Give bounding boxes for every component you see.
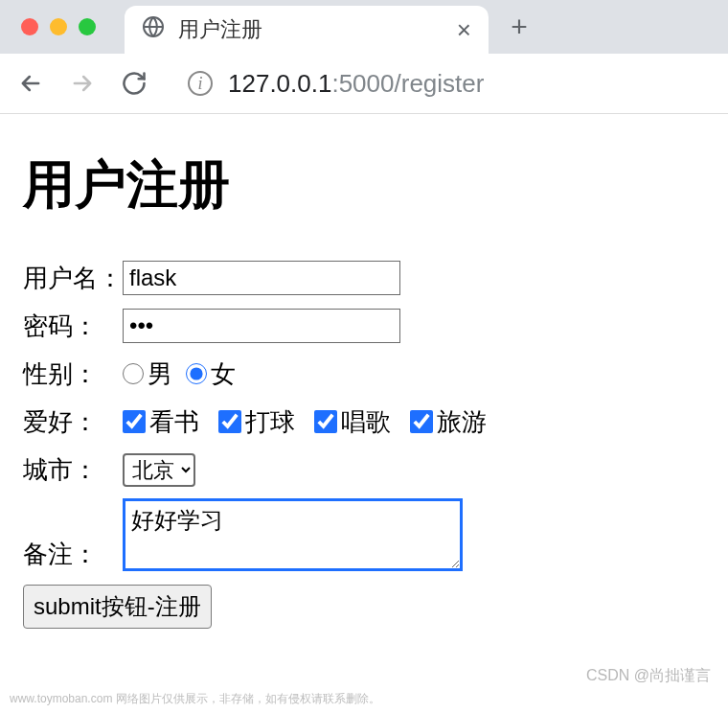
site-info-icon[interactable]: i xyxy=(188,71,213,96)
new-tab-button[interactable]: + xyxy=(500,8,538,46)
remark-textarea[interactable] xyxy=(123,498,463,571)
label-password: 密码： xyxy=(23,310,123,343)
label-hobby: 爱好： xyxy=(23,405,123,439)
address-bar[interactable]: i 127.0.0.1:5000/register xyxy=(188,69,484,99)
radio-female-input[interactable] xyxy=(186,363,207,384)
window-controls xyxy=(0,18,125,35)
radio-female-label: 女 xyxy=(211,357,236,391)
row-remark: 备注： xyxy=(23,498,705,571)
city-select[interactable]: 北京 xyxy=(123,453,195,487)
check-ball-input[interactable] xyxy=(218,410,241,433)
url-path: /register xyxy=(395,69,485,98)
row-hobby: 爱好： 看书 打球 唱歌 旅游 xyxy=(23,402,705,441)
browser-tab[interactable]: 用户注册 × xyxy=(125,6,489,54)
row-city: 城市： 北京 xyxy=(23,450,705,489)
reload-button[interactable] xyxy=(117,66,151,101)
check-travel-input[interactable] xyxy=(410,410,433,433)
watermark-bottom-right: CSDN @尚拙谨言 xyxy=(586,666,711,686)
check-sing[interactable]: 唱歌 xyxy=(314,405,391,439)
label-city: 城市： xyxy=(23,453,123,487)
globe-icon xyxy=(142,15,165,44)
row-gender: 性别： 男 女 xyxy=(23,355,705,393)
check-sing-label: 唱歌 xyxy=(341,405,391,439)
radio-female[interactable]: 女 xyxy=(186,357,236,391)
browser-chrome: 用户注册 × + i 127.0.0.1:5000/register xyxy=(0,0,728,114)
radio-male[interactable]: 男 xyxy=(123,357,172,391)
check-travel[interactable]: 旅游 xyxy=(410,405,487,439)
check-read[interactable]: 看书 xyxy=(123,405,199,439)
check-sing-input[interactable] xyxy=(314,410,337,433)
password-input[interactable] xyxy=(123,309,400,343)
page-title: 用户注册 xyxy=(23,150,705,220)
check-travel-label: 旅游 xyxy=(437,405,487,439)
label-gender: 性别： xyxy=(23,357,123,391)
check-ball-label: 打球 xyxy=(245,405,295,439)
close-window-icon[interactable] xyxy=(21,18,38,35)
close-tab-icon[interactable]: × xyxy=(457,15,471,45)
submit-button[interactable]: submit按钮-注册 xyxy=(23,585,212,629)
check-read-input[interactable] xyxy=(123,410,146,433)
username-input[interactable] xyxy=(123,261,400,295)
row-username: 用户名： xyxy=(23,259,705,297)
tab-bar: 用户注册 × + xyxy=(0,0,728,54)
url-host: 127.0.0.1 xyxy=(228,69,331,98)
label-username: 用户名： xyxy=(23,262,123,295)
watermark-bottom-left: www.toymoban.com 网络图片仅供展示，非存储，如有侵权请联系删除。 xyxy=(10,691,380,707)
minimize-window-icon[interactable] xyxy=(50,18,67,35)
maximize-window-icon[interactable] xyxy=(79,18,96,35)
check-read-label: 看书 xyxy=(149,405,199,439)
label-remark: 备注： xyxy=(23,538,123,571)
url-port: :5000 xyxy=(331,69,394,98)
forward-button[interactable] xyxy=(65,66,100,101)
check-ball[interactable]: 打球 xyxy=(218,405,295,439)
page-content: 用户注册 用户名： 密码： 性别： 男 女 爱好： 看书 xyxy=(0,114,728,648)
nav-bar: i 127.0.0.1:5000/register xyxy=(0,54,728,113)
radio-male-label: 男 xyxy=(148,357,172,391)
tab-title: 用户注册 xyxy=(178,15,262,44)
radio-male-input[interactable] xyxy=(123,363,144,384)
row-password: 密码： xyxy=(23,307,705,345)
url-text: 127.0.0.1:5000/register xyxy=(228,69,484,99)
back-button[interactable] xyxy=(13,66,48,101)
